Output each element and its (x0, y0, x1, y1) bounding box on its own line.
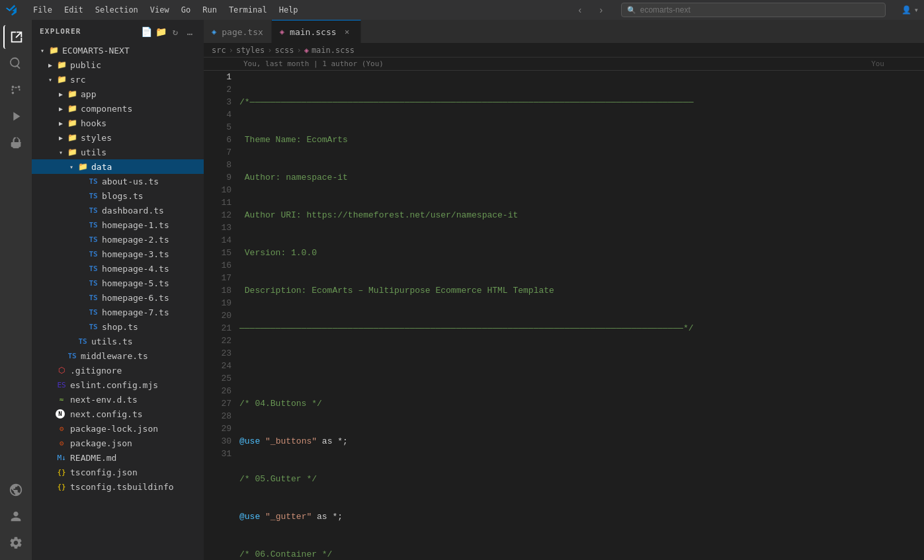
folder-components-icon: 📁 (66, 102, 78, 114)
expand-hooks: ▶ (56, 118, 66, 128)
remote-explorer-icon[interactable] (4, 478, 28, 502)
sidebar-item-tsconfig[interactable]: {} tsconfig.json (32, 465, 204, 479)
data-label: data (91, 162, 112, 172)
ln-9: 9 (212, 171, 231, 184)
menu-run[interactable]: Run (197, 4, 222, 16)
sidebar-item-pkg[interactable]: ⚙ package.json (32, 436, 204, 450)
file-tree: ▾ 📁 ECOMARTS-NEXT ▶ 📁 public ▾ 📁 src ▶ 📁… (32, 43, 204, 560)
menu-edit[interactable]: Edit (59, 4, 89, 16)
ln-26: 26 (212, 385, 231, 397)
sidebar-item-data[interactable]: ▾ 📁 data (32, 159, 204, 174)
global-search-bar[interactable]: 🔍 (621, 3, 886, 17)
new-folder-icon[interactable]: 📁 (155, 26, 167, 38)
breadcrumb-filename[interactable]: main.scss (312, 46, 355, 55)
sidebar-item-middleware[interactable]: TS middleware.ts (32, 348, 204, 363)
code-editor[interactable]: 1 2 3 4 5 6 7 8 9 10 11 12 13 14 15 16 1… (204, 71, 924, 560)
search-input[interactable] (640, 5, 880, 15)
sidebar-item-styles[interactable]: ▶ 📁 styles (32, 130, 204, 145)
eslint-icon: ES (56, 379, 67, 391)
more-icon[interactable]: … (184, 26, 196, 38)
sidebar-item-gitignore[interactable]: ⬡ .gitignore (32, 363, 204, 378)
root-label: ECOMARTS-NEXT (62, 46, 130, 56)
breadcrumb-styles[interactable]: styles (236, 46, 265, 55)
sidebar-item-dashboard[interactable]: TS dashboard.ts (32, 203, 204, 218)
sidebar-item-next-config[interactable]: N next.config.ts (32, 407, 204, 421)
sidebar-item-hooks[interactable]: ▶ 📁 hooks (32, 116, 204, 130)
sidebar-item-hp4[interactable]: TS homepage-4.ts (32, 261, 204, 276)
sidebar-item-app[interactable]: ▶ 📁 app (32, 87, 204, 101)
sidebar-item-about-us[interactable]: TS about-us.ts (32, 174, 204, 188)
ln-29: 29 (212, 422, 231, 435)
sidebar-item-utils[interactable]: ▾ 📁 utils (32, 145, 204, 159)
sidebar-item-readme[interactable]: M↓ README.md (32, 450, 204, 465)
code-line-4: Author URI: https://themeforest.net/user… (239, 209, 924, 221)
refresh-icon[interactable]: ↻ (169, 26, 181, 38)
menu-file[interactable]: File (28, 4, 58, 16)
menu-terminal[interactable]: Terminal (224, 4, 273, 16)
menu-help[interactable]: Help (274, 4, 304, 16)
sidebar-item-hp7[interactable]: TS homepage-7.ts (32, 305, 204, 319)
menu-view[interactable]: View (145, 4, 175, 16)
menu-go[interactable]: Go (176, 4, 196, 16)
sidebar-item-hp6[interactable]: TS homepage-6.ts (32, 290, 204, 305)
run-debug-icon[interactable] (4, 104, 28, 128)
sidebar-item-blogs[interactable]: TS blogs.ts (32, 188, 204, 203)
code-line-6: Description: EcomArts – Multipurpose Eco… (239, 284, 924, 297)
nav-back[interactable]: ‹ (571, 3, 589, 17)
tab-main-scss[interactable]: ◈ main.scss ✕ (272, 20, 361, 43)
main-scss-tab-label: main.scss (290, 27, 336, 37)
ln-24: 24 (212, 360, 231, 372)
search-activity-icon[interactable] (4, 52, 28, 75)
accounts-icon[interactable] (4, 504, 28, 528)
sidebar-title: EXPLORER (40, 27, 81, 36)
nav-forward[interactable]: › (592, 3, 610, 17)
settings-icon[interactable] (4, 531, 28, 555)
sidebar-item-shop[interactable]: TS shop.ts (32, 319, 204, 334)
code-line-5: Version: 1.0.0 (239, 247, 924, 259)
vscode-logo (5, 4, 17, 16)
sidebar-item-hp5[interactable]: TS homepage-5.ts (32, 276, 204, 290)
code-line-1: /*——————————————————————————————————————… (239, 96, 924, 108)
sidebar: EXPLORER 📄 📁 ↻ … ▾ 📁 ECOMARTS-NEXT ▶ 📁 p… (32, 20, 204, 560)
new-file-icon[interactable]: 📄 (140, 26, 152, 38)
ln-30: 30 (212, 435, 231, 448)
menu-selection[interactable]: Selection (90, 4, 144, 16)
sidebar-item-tsbuildinfo[interactable]: {} tsconfig.tsbuildinfo (32, 479, 204, 494)
hp1-file-icon: TS (87, 219, 99, 231)
expand-data: ▾ (66, 161, 77, 172)
sidebar-item-utils-ts[interactable]: TS utils.ts (32, 334, 204, 348)
code-content[interactable]: /*——————————————————————————————————————… (237, 71, 924, 560)
ln-2: 2 (212, 83, 231, 96)
sidebar-item-hp3[interactable]: TS homepage-3.ts (32, 247, 204, 261)
sidebar-item-hp2[interactable]: TS homepage-2.ts (32, 232, 204, 247)
source-control-icon[interactable] (4, 78, 28, 102)
blame-bar: You, last month | 1 author (You) You (204, 58, 924, 71)
about-us-file-icon: TS (87, 175, 99, 187)
ln-25: 25 (212, 372, 231, 385)
account-area: 👤 ▾ (902, 5, 919, 15)
dashboard-file-icon: TS (87, 204, 99, 216)
tree-root[interactable]: ▾ 📁 ECOMARTS-NEXT (32, 43, 204, 58)
breadcrumb-src[interactable]: src (212, 46, 226, 55)
sidebar-item-components[interactable]: ▶ 📁 components (32, 101, 204, 116)
sidebar-item-hp1[interactable]: TS homepage-1.ts (32, 218, 204, 232)
styles-label: styles (81, 133, 112, 143)
shop-label: shop.ts (102, 322, 138, 332)
sidebar-item-public[interactable]: ▶ 📁 public (32, 58, 204, 72)
breadcrumb-scss[interactable]: scss (275, 46, 294, 55)
sidebar-item-eslint[interactable]: ES eslint.config.mjs (32, 378, 204, 392)
pkg-lock-icon: ⚙ (56, 422, 67, 434)
extensions-icon[interactable] (4, 131, 28, 155)
ln-28: 28 (212, 410, 231, 422)
folder-styles-icon: 📁 (66, 132, 78, 143)
ln-10: 10 (212, 184, 231, 196)
ln-14: 14 (212, 234, 231, 247)
sidebar-item-src[interactable]: ▾ 📁 src (32, 72, 204, 87)
folder-data-icon: 📁 (77, 161, 89, 173)
explorer-icon[interactable] (3, 25, 27, 49)
sidebar-item-next-env[interactable]: ≈ next-env.d.ts (32, 392, 204, 407)
tab-close-main-scss[interactable]: ✕ (342, 26, 353, 37)
sidebar-item-pkg-lock[interactable]: ⚙ package-lock.json (32, 421, 204, 436)
utils-ts-icon: TS (77, 335, 89, 347)
tab-page-tsx[interactable]: ◈ page.tsx (204, 20, 272, 43)
